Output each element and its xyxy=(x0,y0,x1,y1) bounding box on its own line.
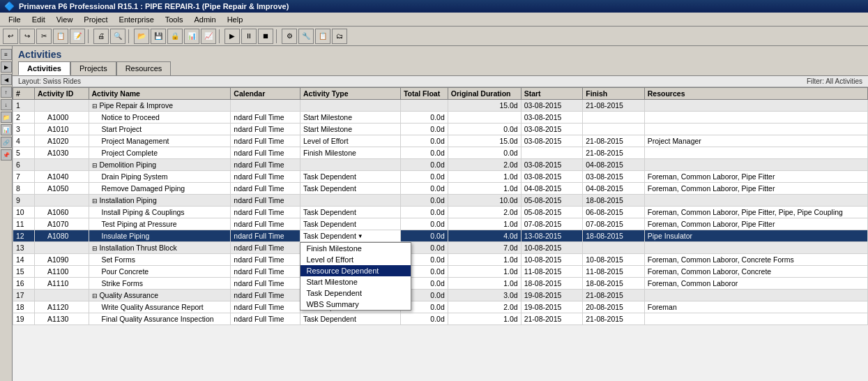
cell-id xyxy=(35,159,89,171)
menu-admin[interactable]: Admin xyxy=(188,14,221,25)
cell-float: 0.0d xyxy=(400,230,448,242)
dropdown-option[interactable]: Level of Effort xyxy=(300,254,411,265)
sidebar-icon-6[interactable]: 📁 xyxy=(1,112,12,123)
toolbar-btn-5[interactable]: 📝 xyxy=(70,29,85,44)
col-header-num[interactable]: # xyxy=(13,88,35,100)
col-header-calendar[interactable]: Calendar xyxy=(231,88,300,100)
cell-start: 11-08-2015 xyxy=(521,266,583,278)
col-header-start[interactable]: Start xyxy=(521,88,583,100)
cell-resources: Foreman, Common Laboror, Pipe Fitter, Pi… xyxy=(644,207,867,218)
cell-type[interactable]: Task Dependent▼ xyxy=(300,230,400,242)
activity-type-dropdown[interactable]: Finish MilestoneLevel of EffortResource … xyxy=(300,242,411,311)
toolbar-btn-18[interactable]: 📋 xyxy=(315,29,330,44)
cell-resources xyxy=(644,100,867,112)
cell-calendar: ndard Full Time xyxy=(231,135,300,147)
cell-finish xyxy=(583,112,645,124)
menu-edit[interactable]: Edit xyxy=(26,14,51,25)
cell-name: Install Piping & Couplings xyxy=(89,207,231,218)
toolbar-btn-15[interactable]: ⏹ xyxy=(258,29,273,44)
table-row: 13⊟ Installation Thrust Blockndard Full … xyxy=(13,242,868,254)
sidebar-icon-4[interactable]: ↑ xyxy=(1,87,12,98)
toolbar-btn-2[interactable]: ↪ xyxy=(20,29,35,44)
col-header-duration[interactable]: Original Duration xyxy=(448,88,521,100)
sidebar-icon-2[interactable]: ▶ xyxy=(1,61,12,73)
cell-name: Remove Damaged Piping xyxy=(89,183,231,195)
col-header-name[interactable]: Activity Name xyxy=(89,88,231,100)
table-row: 7A1040Drain Piping Systemndard Full Time… xyxy=(13,171,868,183)
cell-start: 21-08-2015 xyxy=(521,313,583,325)
tab-activities[interactable]: Activities xyxy=(18,61,70,75)
cell-start xyxy=(521,147,583,159)
cell-start: 18-08-2015 xyxy=(521,278,583,290)
menu-help[interactable]: Help xyxy=(222,14,249,25)
toolbar-btn-14[interactable]: ⏸ xyxy=(241,29,257,44)
cell-calendar: ndard Full Time xyxy=(231,112,300,124)
toolbar-btn-3[interactable]: ✂ xyxy=(36,29,52,44)
col-header-finish[interactable]: Finish xyxy=(583,88,645,100)
cell-num: 18 xyxy=(13,301,35,313)
cell-start: 10-08-2015 xyxy=(521,242,583,254)
cell-calendar: ndard Full Time xyxy=(231,313,300,325)
cell-calendar: ndard Full Time xyxy=(231,171,300,183)
cell-resources: Foreman, Common Laboror, Concrete xyxy=(644,266,867,278)
cell-finish: 18-08-2015 xyxy=(583,230,645,242)
cell-calendar: ndard Full Time xyxy=(231,147,300,159)
toolbar-btn-11[interactable]: 📊 xyxy=(184,29,199,44)
dropdown-option[interactable]: Finish Milestone xyxy=(300,243,411,254)
menu-file[interactable]: File xyxy=(3,14,26,25)
sidebar-icon-9[interactable]: 📌 xyxy=(1,149,12,160)
cell-name: ⊟ Pipe Repair & Improve xyxy=(89,100,231,112)
cell-duration: 1.0d xyxy=(448,218,521,230)
toolbar-btn-9[interactable]: 💾 xyxy=(151,29,166,44)
title-text: Primavera P6 Professional R15.1 : PIPE R… xyxy=(19,2,289,10)
sidebar-icon-7[interactable]: 📊 xyxy=(1,124,12,135)
layout-label: Layout: Swiss Rides xyxy=(18,77,81,85)
toolbar-btn-17[interactable]: 🔧 xyxy=(298,29,314,44)
menu-view[interactable]: View xyxy=(51,14,79,25)
activities-title: Activities xyxy=(18,49,862,60)
sidebar-icon-5[interactable]: ↓ xyxy=(1,99,12,110)
menu-enterprise[interactable]: Enterprise xyxy=(114,14,160,25)
tab-projects[interactable]: Projects xyxy=(70,61,116,75)
menu-project[interactable]: Project xyxy=(78,14,113,25)
dropdown-option[interactable]: Resource Dependent xyxy=(300,265,411,276)
toolbar-btn-10[interactable]: 🔒 xyxy=(167,29,183,44)
col-header-resources[interactable]: Resources xyxy=(644,88,867,100)
cell-duration: 10.0d xyxy=(448,195,521,207)
dropdown-option[interactable]: WBS Summary xyxy=(300,299,411,310)
dropdown-option[interactable]: Task Dependent xyxy=(300,287,411,299)
tab-resources[interactable]: Resources xyxy=(116,61,172,75)
cell-duration: 2.0d xyxy=(448,301,521,313)
table-row: 15A1100Pour Concretendard Full Time0.0d1… xyxy=(13,266,868,278)
toolbar-btn-16[interactable]: ⚙ xyxy=(282,29,297,44)
toolbar-btn-1[interactable]: ↩ xyxy=(3,29,18,44)
sidebar-icon-3[interactable]: ◀ xyxy=(1,74,12,85)
cell-type: Start Milestone xyxy=(300,112,400,124)
cell-calendar: ndard Full Time xyxy=(231,278,300,290)
table-container[interactable]: # Activity ID Activity Name Calendar Act… xyxy=(13,87,868,325)
app-icon: 🔷 xyxy=(4,1,15,11)
cell-name: Set Forms xyxy=(89,254,231,266)
col-header-type[interactable]: Activity Type xyxy=(300,88,400,100)
cell-finish: 21-08-2015 xyxy=(583,290,645,301)
cell-duration: 1.0d xyxy=(448,278,521,290)
toolbar-btn-4[interactable]: 📋 xyxy=(53,29,68,44)
toolbar-btn-19[interactable]: 🗂 xyxy=(332,29,347,44)
cell-finish: 21-08-2015 xyxy=(583,147,645,159)
dropdown-option[interactable]: Start Milestone xyxy=(300,276,411,287)
col-header-id[interactable]: Activity ID xyxy=(35,88,89,100)
cell-start: 03-08-2015 xyxy=(521,171,583,183)
toolbar-btn-7[interactable]: 🔍 xyxy=(110,29,125,44)
menu-tools[interactable]: Tools xyxy=(160,14,189,25)
toolbar-btn-13[interactable]: ▶ xyxy=(224,29,240,44)
sidebar-icon-8[interactable]: 🔗 xyxy=(1,137,12,148)
cell-finish: 18-08-2015 xyxy=(583,278,645,290)
toolbar-btn-8[interactable]: 📂 xyxy=(134,29,149,44)
cell-duration: 15.0d xyxy=(448,135,521,147)
sidebar-icon-1[interactable]: ≡ xyxy=(1,49,12,60)
col-header-float[interactable]: Total Float xyxy=(400,88,448,100)
toolbar-btn-6[interactable]: 🖨 xyxy=(93,29,109,44)
cell-type: Task Dependent xyxy=(300,183,400,195)
toolbar-btn-12[interactable]: 📈 xyxy=(201,29,216,44)
cell-finish: 10-08-2015 xyxy=(583,254,645,266)
